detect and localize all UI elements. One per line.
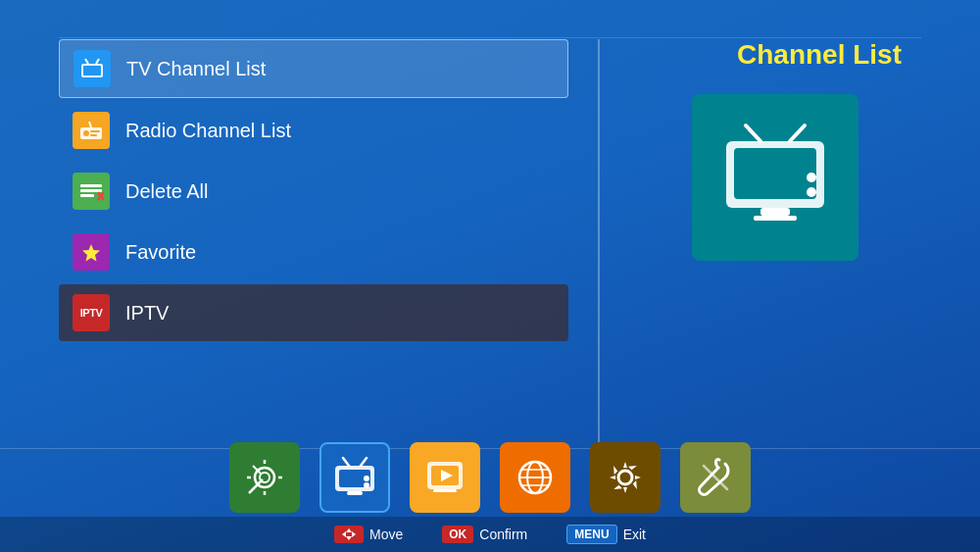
settings-icon	[604, 456, 647, 499]
menu-section: TV Channel List Radio Channel List	[59, 39, 568, 345]
media-icon	[423, 456, 466, 499]
menu-item-radio-channel-list[interactable]: Radio Channel List	[59, 102, 568, 159]
tv-preview-box	[692, 94, 858, 261]
svg-rect-6	[90, 130, 100, 132]
toolbar-globe[interactable]	[500, 442, 570, 513]
favorite-icon	[73, 233, 110, 271]
menu-label-tv-channel-list: TV Channel List	[126, 58, 266, 80]
radio-channel-icon	[73, 112, 110, 149]
top-divider	[59, 37, 921, 38]
svg-point-35	[364, 482, 369, 488]
menu-label-delete-all: Delete All	[125, 180, 209, 203]
tv-icon	[331, 456, 378, 499]
toolbar-satellite[interactable]	[229, 442, 300, 513]
svg-line-16	[790, 125, 805, 141]
menu-item-iptv[interactable]: IPTV IPTV	[59, 284, 568, 341]
satellite-icon	[243, 456, 286, 499]
hint-ok-label: Confirm	[479, 527, 527, 542]
tools-icon	[694, 456, 737, 499]
svg-rect-40	[433, 489, 457, 492]
ok-badge: OK	[442, 526, 473, 543]
toolbar-tv[interactable]	[319, 442, 390, 513]
menu-item-delete-all[interactable]: Delete All	[59, 163, 568, 220]
svg-rect-11	[80, 194, 94, 197]
svg-line-2	[85, 59, 88, 64]
toolbar-media[interactable]	[410, 442, 480, 513]
svg-point-34	[364, 476, 369, 481]
preview-section: Channel List	[629, 39, 921, 261]
menu-item-tv-channel-list[interactable]: TV Channel List	[59, 39, 568, 98]
move-badge	[334, 526, 364, 544]
svg-line-31	[361, 458, 367, 466]
menu-badge: MENU	[566, 525, 616, 544]
menu-item-favorite[interactable]: Favorite	[59, 224, 568, 280]
svg-rect-1	[83, 66, 101, 75]
globe-icon	[514, 456, 557, 499]
channel-list-title: Channel List	[737, 39, 902, 71]
tv-channel-icon	[74, 50, 111, 87]
svg-rect-9	[80, 184, 102, 187]
svg-marker-50	[342, 531, 346, 537]
move-icon	[341, 527, 357, 541]
hints-bar: Move OK Confirm MENU Exit	[0, 517, 980, 552]
svg-marker-49	[346, 536, 352, 540]
svg-rect-7	[90, 134, 97, 136]
delete-all-icon	[73, 173, 110, 210]
hint-menu: MENU Exit	[566, 525, 646, 544]
svg-marker-51	[352, 531, 356, 537]
toolbar-settings[interactable]	[590, 442, 661, 513]
svg-point-46	[618, 471, 632, 484]
menu-label-iptv: IPTV	[125, 302, 169, 325]
svg-line-8	[89, 122, 91, 127]
svg-rect-22	[754, 216, 797, 221]
bottom-toolbar	[0, 442, 980, 513]
toolbar-tools[interactable]	[680, 442, 751, 513]
hint-menu-label: Exit	[623, 527, 646, 542]
section-divider	[598, 39, 600, 454]
menu-label-favorite: Favorite	[125, 241, 196, 264]
svg-line-15	[746, 125, 760, 141]
menu-label-radio-channel-list: Radio Channel List	[125, 120, 291, 142]
hint-ok: OK Confirm	[442, 526, 527, 543]
svg-point-19	[807, 173, 816, 182]
svg-point-5	[83, 130, 89, 136]
svg-marker-14	[82, 244, 100, 262]
tv-preview-icon	[716, 119, 834, 236]
hint-move: Move	[334, 526, 403, 544]
svg-marker-48	[346, 528, 352, 532]
svg-rect-21	[760, 208, 790, 216]
svg-rect-36	[347, 491, 363, 495]
svg-line-30	[343, 458, 349, 466]
svg-point-20	[807, 187, 816, 197]
svg-line-3	[96, 59, 99, 64]
svg-rect-18	[734, 148, 816, 199]
hint-move-label: Move	[369, 527, 403, 542]
iptv-icon: IPTV	[73, 294, 110, 331]
